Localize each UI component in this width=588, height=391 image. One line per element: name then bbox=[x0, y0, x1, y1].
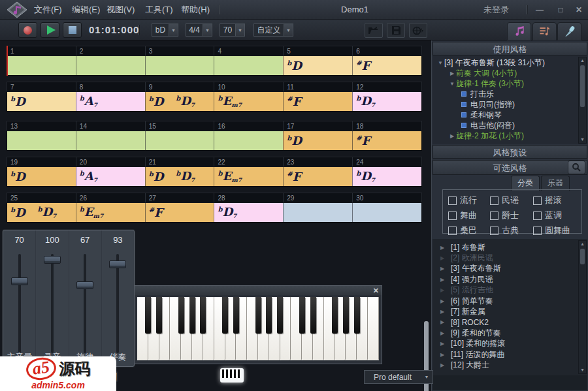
menu-file[interactable]: 文件(F) bbox=[34, 0, 62, 20]
measure-cell[interactable]: bD bbox=[283, 56, 352, 75]
style-list-item[interactable]: ▶[5] 流行吉他 bbox=[440, 285, 577, 296]
piano-toggle-button[interactable] bbox=[220, 368, 244, 383]
category-checkbox-桑巴[interactable]: 桑巴 bbox=[448, 225, 490, 236]
slider-track[interactable] bbox=[18, 254, 21, 353]
black-key[interactable] bbox=[178, 297, 184, 334]
tab-playlist[interactable] bbox=[532, 22, 557, 40]
category-checkbox-民谣[interactable]: 民谣 bbox=[490, 195, 533, 206]
measure-cell[interactable]: bDbD7 bbox=[145, 167, 214, 186]
menu-tools[interactable]: 工具(T) bbox=[145, 0, 173, 20]
tree-collapsed-icon[interactable]: ▶ bbox=[448, 133, 456, 139]
style-mode-dropdown[interactable]: 自定义 ▼ bbox=[253, 23, 293, 37]
measure-cell[interactable] bbox=[76, 131, 145, 150]
list-collapsed-icon[interactable]: ▶ bbox=[440, 341, 447, 347]
piano-close-button[interactable]: ✕ bbox=[373, 286, 379, 295]
style-presets-header[interactable]: 风格预设 bbox=[433, 145, 587, 159]
tree-expanded-icon[interactable]: ▼ bbox=[448, 81, 456, 87]
style-list-item[interactable]: ▶[3] 午夜布鲁斯 bbox=[440, 264, 577, 274]
measure-cell[interactable]: bEm7 bbox=[214, 92, 283, 111]
measure-cell[interactable]: bD bbox=[7, 92, 76, 111]
search-styles-button[interactable] bbox=[568, 161, 585, 174]
black-key[interactable] bbox=[255, 297, 261, 334]
measure-cell[interactable]: bA7 bbox=[76, 167, 145, 186]
category-checkbox-舞曲[interactable]: 舞曲 bbox=[448, 210, 490, 221]
measure-cell[interactable]: bD bbox=[283, 131, 352, 150]
selectable-styles-header[interactable]: 可选风格 bbox=[433, 160, 587, 175]
black-key[interactable] bbox=[233, 297, 239, 334]
chevron-down-icon[interactable]: ▼ bbox=[169, 23, 178, 37]
measure-cell[interactable]: bEm7 bbox=[76, 203, 145, 222]
menu-view[interactable]: 视图(V) bbox=[106, 0, 135, 20]
tree-item[interactable]: 柔和钢琴 bbox=[436, 110, 577, 120]
tree-item[interactable]: 打击乐 bbox=[436, 89, 577, 99]
tree-expanded-icon[interactable]: ▼ bbox=[436, 60, 444, 66]
scrollbar-thumb[interactable] bbox=[580, 65, 585, 107]
scroll-up-icon[interactable]: ▲ bbox=[579, 241, 586, 247]
black-key[interactable] bbox=[222, 297, 228, 334]
list-collapsed-icon[interactable]: ▶ bbox=[440, 352, 447, 358]
checkbox-icon[interactable] bbox=[448, 227, 457, 235]
black-key[interactable] bbox=[189, 297, 195, 334]
chevron-down-icon[interactable]: ▼ bbox=[235, 23, 245, 37]
slider-track[interactable] bbox=[116, 254, 119, 353]
checkbox-icon[interactable] bbox=[533, 227, 542, 235]
measure-cell[interactable]: #F bbox=[352, 56, 421, 75]
scroll-down-icon[interactable]: ▼ bbox=[579, 367, 586, 373]
list-collapsed-icon[interactable]: ▶ bbox=[440, 309, 447, 315]
style-list-item[interactable]: ▶[2] 欧洲民谣 bbox=[440, 253, 577, 263]
piano-panel-titlebar[interactable]: ✕ bbox=[135, 286, 382, 295]
tree-item[interactable]: 电吉他(闷音) bbox=[436, 120, 577, 131]
menu-edit[interactable]: 编辑(E) bbox=[72, 0, 100, 20]
style-list-item[interactable]: ▶[9] 柔和的节奏 bbox=[440, 328, 577, 338]
category-checkbox-圆舞曲[interactable]: 圆舞曲 bbox=[533, 225, 576, 236]
black-key[interactable] bbox=[145, 297, 151, 334]
style-list-item[interactable]: ▶[8] ROCK2 bbox=[440, 317, 577, 328]
list-collapsed-icon[interactable]: ▶ bbox=[440, 362, 447, 368]
measure-cell[interactable]: bD7 bbox=[352, 167, 421, 186]
tempo-dropdown[interactable]: 70 ▼ bbox=[220, 23, 245, 37]
checkbox-icon[interactable] bbox=[490, 211, 498, 220]
list-collapsed-icon[interactable]: ▶ bbox=[440, 266, 447, 272]
tree-item[interactable]: ▼[3] 午夜布鲁斯 (13段 31小节) bbox=[436, 57, 577, 68]
tree-item[interactable]: 电贝司(指弹) bbox=[436, 99, 577, 110]
slider-thumb[interactable] bbox=[109, 260, 126, 268]
slider-thumb[interactable] bbox=[11, 277, 28, 285]
slider-track[interactable] bbox=[51, 254, 54, 353]
style-list-item[interactable]: ▶[6] 简单节奏 bbox=[440, 296, 577, 306]
list-collapsed-icon[interactable]: ▶ bbox=[440, 245, 447, 251]
measure-cell[interactable]: #F bbox=[283, 167, 352, 186]
tree-item[interactable]: ▶旋律-2 加花 (1小节) bbox=[436, 131, 577, 141]
category-checkbox-爵士[interactable]: 爵士 bbox=[490, 210, 533, 221]
measure-cell[interactable]: bD bbox=[7, 167, 76, 186]
preset-dropdown[interactable]: Pro default ▼ bbox=[364, 370, 433, 384]
scroll-up-icon[interactable]: ▲ bbox=[579, 57, 586, 64]
measure-cell[interactable]: #F bbox=[283, 92, 352, 111]
tab-microphone[interactable] bbox=[557, 22, 581, 40]
play-button[interactable] bbox=[41, 22, 59, 38]
tree-scrollbar[interactable]: ▲ ▼ bbox=[578, 57, 587, 144]
measure-cell[interactable]: bD7 bbox=[352, 92, 421, 111]
checkbox-icon[interactable] bbox=[448, 211, 457, 220]
black-key[interactable] bbox=[156, 297, 162, 334]
style-list-item[interactable]: ▶[4] 强力民谣 bbox=[440, 274, 577, 285]
tab-style-editor[interactable] bbox=[507, 22, 531, 40]
list-collapsed-icon[interactable]: ▶ bbox=[440, 330, 447, 336]
measure-cell[interactable] bbox=[283, 203, 352, 222]
measure-cell[interactable] bbox=[214, 131, 283, 150]
record-button[interactable] bbox=[18, 22, 37, 38]
tab-instrument[interactable]: 乐器 bbox=[541, 176, 570, 191]
scrollbar-thumb[interactable] bbox=[580, 249, 585, 264]
category-checkbox-古典[interactable]: 古典 bbox=[490, 225, 533, 236]
black-key[interactable] bbox=[277, 297, 283, 334]
list-collapsed-icon[interactable]: ▶ bbox=[440, 298, 447, 304]
scroll-down-icon[interactable]: ▼ bbox=[579, 136, 586, 143]
chevron-down-icon[interactable]: ▼ bbox=[284, 23, 293, 37]
list-collapsed-icon[interactable]: ▶ bbox=[440, 287, 447, 293]
measure-cell[interactable] bbox=[145, 131, 214, 150]
slider-thumb[interactable] bbox=[44, 256, 61, 264]
measure-cell[interactable] bbox=[214, 56, 283, 75]
style-list-item[interactable]: ▶[11] 活泼的舞曲 bbox=[440, 349, 577, 360]
measure-cell[interactable]: bEm7 bbox=[214, 167, 283, 186]
list-collapsed-icon[interactable]: ▶ bbox=[440, 319, 447, 325]
style-list-item[interactable]: ▶[7] 新金属 bbox=[440, 306, 577, 317]
